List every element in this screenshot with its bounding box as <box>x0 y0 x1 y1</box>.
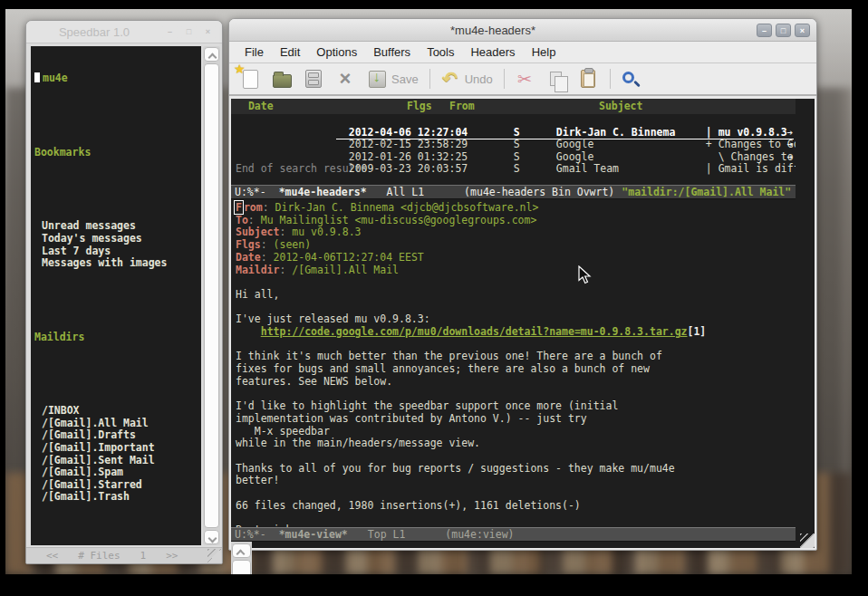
main-titlebar[interactable]: *mu4e-headers* – □ × <box>229 19 816 42</box>
header-value: 2012-04-06T12:27:04 EEST <box>274 251 424 264</box>
files-count: 1 <box>140 548 147 563</box>
dired-button[interactable] <box>302 68 325 90</box>
search-icon <box>622 72 634 83</box>
sidebar-item-maildir[interactable]: /[Gmail].All Mail <box>34 418 201 430</box>
maximize-icon[interactable]: □ <box>776 24 791 37</box>
header-label: Flgs <box>236 238 261 251</box>
sidebar-item-bookmark[interactable]: Unread messages <box>34 220 201 233</box>
menu-item[interactable]: Help <box>524 45 564 59</box>
header-label: Subject <box>236 226 279 238</box>
headers-rows: 2012-04-06 12:27:04SDirk-Jan C. Binnema|… <box>236 114 796 163</box>
menu-bar: FileEditOptionsBuffersToolsHeadersHelp <box>229 42 816 63</box>
header-value: Mu Mailinglist <mu-discuss@googlegroups.… <box>261 214 537 226</box>
modeline-maildir: "maildir:/[Gmail].All Mail" <box>622 186 791 198</box>
row-date: 2009-03-23 20:03:57 <box>342 163 514 176</box>
resize-grip[interactable] <box>800 534 815 548</box>
column-from[interactable]: From <box>449 99 599 114</box>
maximize-icon[interactable]: □ <box>181 25 197 39</box>
cut-button[interactable]: ✂ <box>513 68 536 90</box>
menu-item[interactable]: Headers <box>462 45 523 59</box>
mouse-cursor <box>578 265 592 284</box>
row-from: Gmail Team <box>556 163 706 176</box>
sidebar-item-maildir[interactable]: /[Gmail].Spam <box>34 466 201 479</box>
scrollbar-thumb[interactable] <box>204 63 219 528</box>
scrollbar-thumb[interactable] <box>232 560 251 574</box>
row-flags: S <box>514 163 556 176</box>
header-label: Date <box>236 251 261 264</box>
menu-item[interactable]: Buffers <box>365 45 419 59</box>
mu4e-view-pane: From: Dirk-Jan C. Binnema <djcb@djcbsoft… <box>231 199 796 527</box>
sidebar-item-bookmark[interactable]: Last 7 days <box>34 245 201 258</box>
menu-item[interactable]: Edit <box>272 45 308 59</box>
truncation-arrow-icon: ➔ <box>786 127 793 139</box>
scissors-icon: ✂ <box>517 69 532 90</box>
minimize-icon[interactable]: – <box>162 25 178 39</box>
column-subject[interactable]: Subject <box>599 99 642 114</box>
menu-item[interactable]: Options <box>308 45 365 59</box>
save-button[interactable] <box>365 68 389 90</box>
mu4e-headers-pane: DateFlgsFromSubject 2012-04-06 12:27:04S… <box>231 99 796 185</box>
sidebar-item-maildir[interactable]: /[Gmail].Sent Mail <box>34 455 201 467</box>
toolbar-separator <box>429 69 430 89</box>
sidebar-item-maildir[interactable]: /[Gmail].Starred <box>34 479 201 492</box>
toolbar: ★ × Save ↶ Undo ✂ <box>229 63 816 96</box>
close-icon[interactable]: × <box>200 25 216 39</box>
truncation-arrow-icon: ➔ <box>786 139 793 151</box>
resize-grip[interactable] <box>207 549 221 562</box>
close-buffer-button[interactable]: × <box>333 68 357 90</box>
message-body-rest: I think it's much better than the previo… <box>236 339 796 527</box>
minimize-icon[interactable]: – <box>757 24 772 37</box>
text-cursor <box>34 72 40 82</box>
paste-button[interactable] <box>576 68 600 90</box>
row-subject: | Gmail is different. Here's <box>706 163 796 176</box>
view-modeline: U:%*-*mu4e-view*Top L1(mu4e:view) <box>231 527 796 542</box>
message-header-line: To: Mu Mailinglist <mu-discuss@googlegro… <box>236 215 796 227</box>
message-body-top: Hi all, I've just released mu v0.9.8.3: <box>236 276 796 326</box>
speedbar-titlebar[interactable]: Speedbar 1.0 – □ × <box>26 21 222 43</box>
footnote-ref: [1] <box>688 325 707 338</box>
copy-icon <box>550 72 562 86</box>
maildirs-list: /INBOX/[Gmail].All Mail/[Gmail].Drafts/[… <box>34 368 201 504</box>
copy-button[interactable] <box>545 68 568 90</box>
message-row[interactable]: 2012-02-15 23:58:29SGoogle+ Changes to G… <box>236 127 796 139</box>
speedbar-scrollbar[interactable] <box>203 46 220 545</box>
menu-item[interactable]: File <box>236 45 272 59</box>
close-icon[interactable]: × <box>795 24 810 37</box>
sidebar-item-maildir[interactable]: /[Gmail].Trash <box>34 491 201 504</box>
nav-left[interactable]: << <box>46 548 58 563</box>
message-row[interactable]: 2009-03-23 20:03:57SGmail Team| Gmail is… <box>236 151 796 164</box>
sidebar-item-maildir[interactable]: /[Gmail].Important <box>34 442 201 455</box>
truncation-arrow-icon: ➔ <box>786 151 793 164</box>
undo-button[interactable]: ↶ <box>439 68 462 90</box>
sidebar-item-maildir[interactable]: /[Gmail].Drafts <box>34 429 201 442</box>
message-header-line: Subject: mu v0.9.8.3 <box>236 226 796 239</box>
headers-scrollbar[interactable] <box>231 542 252 574</box>
header-value: (seen) <box>274 238 312 251</box>
scroll-up-icon[interactable] <box>232 543 251 558</box>
headers-modeline: U:%*-*mu4e-headers*All L1(mu4e-headers B… <box>231 185 796 199</box>
undo-icon: ↶ <box>442 68 458 90</box>
column-date[interactable]: Date <box>236 99 407 114</box>
sidebar-item-maildir[interactable]: /INBOX <box>34 405 201 418</box>
open-file-button[interactable] <box>270 68 294 90</box>
menu-item[interactable]: Tools <box>419 45 462 59</box>
new-file-button[interactable]: ★ <box>238 68 262 90</box>
mu4e-headers-window: *mu4e-headers* – □ × FileEditOptionsBuff… <box>228 18 817 551</box>
sidebar-item-bookmark[interactable]: Today's messages <box>34 233 201 245</box>
speedbar-window: Speedbar 1.0 – □ × mu4e Bookmarks Unread… <box>25 20 223 564</box>
emacs-scrollbar-column <box>231 542 252 574</box>
scroll-up-icon[interactable] <box>204 47 219 62</box>
message-row[interactable]: 2012-04-06 12:27:04SDirk-Jan C. Binnema|… <box>236 114 796 127</box>
search-button[interactable] <box>619 68 642 90</box>
header-from-line: From: Dirk-Jan C. Binnema <djcb@djcbsoft… <box>236 202 796 215</box>
x-icon: × <box>340 70 352 88</box>
message-row[interactable]: 2012-01-26 01:32:25SGoogle \ Changes to … <box>236 139 796 151</box>
from-value[interactable]: Dirk-Jan C. Binnema <djcb@djcbsoftware.n… <box>275 201 539 214</box>
column-flags[interactable]: Flgs <box>407 99 449 114</box>
speedbar-root-node[interactable]: mu4e <box>34 72 201 85</box>
scroll-down-icon[interactable] <box>204 530 219 544</box>
message-header-lines: To: Mu Mailinglist <mu-discuss@googlegro… <box>236 215 796 277</box>
sidebar-item-bookmark[interactable]: Messages with images <box>34 257 201 270</box>
nav-right[interactable]: >> <box>166 548 178 563</box>
download-link[interactable]: http://code.google.com/p/mu0/downloads/d… <box>261 325 688 338</box>
